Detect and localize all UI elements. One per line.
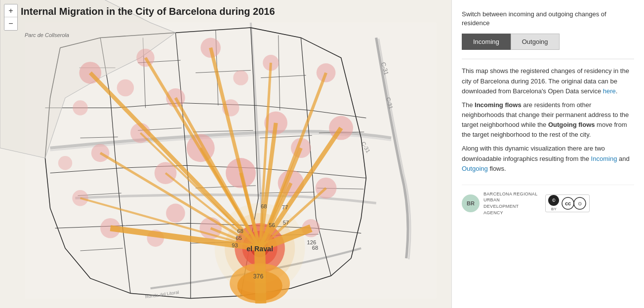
map-svg[interactable]: C-31 C-31 C-31 — [0, 0, 451, 308]
barcelona-regional-logo: BR BARCELONA REGIONAL URBAN DEVELOPMENT … — [462, 191, 537, 216]
svg-text:376: 376 — [253, 273, 264, 280]
desc-p2-pre: The — [462, 101, 475, 109]
svg-text:el Raval: el Raval — [246, 245, 273, 253]
flows-end: flows. — [488, 165, 506, 172]
toggle-buttons: Incoming Outgoing — [462, 34, 634, 50]
description-paragraph-3: Along with this dynamic visualization th… — [462, 144, 634, 173]
zoom-out-button[interactable]: − — [4, 17, 17, 30]
outgoing-button[interactable]: Outgoing — [511, 34, 560, 50]
switch-description: Switch between incoming and outgoing cha… — [462, 10, 634, 28]
svg-text:57: 57 — [283, 220, 289, 226]
svg-point-31 — [117, 79, 134, 97]
description-paragraph-1: This map shows the registered changes of… — [462, 66, 634, 96]
svg-text:77: 77 — [282, 204, 288, 210]
footer: BR BARCELONA REGIONAL URBAN DEVELOPMENT … — [462, 185, 634, 216]
cc-svg: cc ⊙ — [561, 196, 587, 210]
svg-point-30 — [58, 156, 72, 170]
here-link[interactable]: here — [603, 87, 616, 95]
br-circle: BR — [462, 194, 480, 212]
svg-text:cc: cc — [565, 200, 571, 206]
desc-p3-pre: Along with this dynamic visualization th… — [462, 145, 605, 162]
panel-divider — [462, 59, 634, 59]
cc-icon-wrapper: © BY — [548, 195, 559, 211]
br-text: BARCELONA REGIONAL URBAN DEVELOPMENT AGE… — [483, 191, 537, 216]
outgoing-flows-bold: Outgoing flows — [548, 121, 595, 128]
svg-text:68: 68 — [237, 228, 243, 234]
zoom-in-button[interactable]: + — [4, 4, 17, 17]
and-text: and — [617, 155, 629, 162]
map-title: Internal Migration in the City of Barcel… — [21, 6, 275, 17]
svg-point-23 — [73, 100, 87, 115]
map-container: + − Internal Migration in the City of Ba… — [0, 0, 451, 308]
description-paragraph-2: The Incoming flows are residents from ot… — [462, 100, 634, 140]
panel-description: This map shows the registered changes of… — [462, 66, 634, 177]
incoming-flows-bold: Incoming flows — [475, 101, 522, 109]
svg-text:56: 56 — [269, 222, 275, 228]
outgoing-infographic-link[interactable]: Outgoing — [462, 165, 488, 172]
zoom-controls[interactable]: + − — [4, 4, 18, 31]
cc-icon: © — [548, 195, 559, 206]
cc-license-badge[interactable]: © BY cc ⊙ — [545, 194, 590, 212]
svg-text:93: 93 — [232, 242, 238, 248]
svg-text:68: 68 — [261, 203, 267, 209]
svg-text:⊙: ⊙ — [578, 201, 582, 206]
svg-point-29 — [166, 204, 185, 223]
svg-point-28 — [233, 70, 248, 85]
incoming-infographic-link[interactable]: Incoming — [591, 155, 617, 162]
right-panel: Switch between incoming and outgoing cha… — [451, 0, 644, 308]
parc-label: Parc de Collserola — [25, 32, 69, 38]
svg-text:65: 65 — [236, 235, 242, 241]
incoming-button[interactable]: Incoming — [462, 34, 511, 50]
svg-text:68: 68 — [312, 245, 318, 251]
